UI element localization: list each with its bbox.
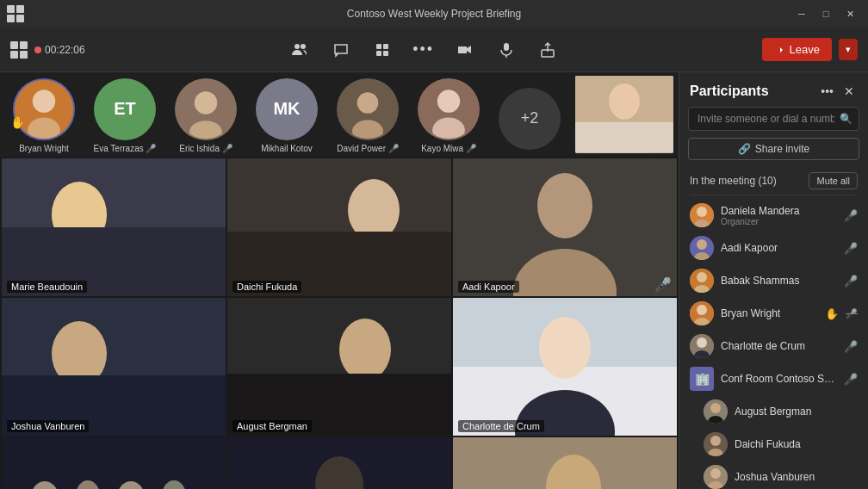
mic-button[interactable]: [491, 34, 522, 65]
participant-avatar-babak: [690, 269, 714, 293]
strip-avatar-david: [337, 78, 399, 140]
more-options-button[interactable]: •••: [408, 34, 439, 65]
participant-name-charlotte: Charlotte de Crum: [721, 340, 837, 352]
strip-participant-david[interactable]: David Power 🎤: [329, 76, 406, 153]
participant-avatar-joshua: [704, 465, 728, 489]
people-icon-button[interactable]: [284, 34, 315, 65]
svg-point-0: [294, 44, 300, 49]
svg-point-80: [697, 337, 707, 348]
strip-name-eva: Eva Terrazas 🎤: [94, 144, 157, 153]
share-button[interactable]: [532, 34, 563, 65]
apps-grid-icon[interactable]: [10, 41, 28, 59]
video-cell-daichi: Daichi Fukuda: [227, 158, 451, 296]
participant-item-daniela[interactable]: Daniela Mandera Organizer 🎤: [679, 199, 868, 232]
video-label-joshua: Joshua Vanburen: [7, 420, 89, 432]
participant-info-bryan: Bryan Wright: [721, 307, 818, 319]
title-bar-left: [7, 5, 24, 22]
participant-info-daniela: Daniela Mandera Organizer: [721, 205, 837, 226]
video-label-aadi: Aadi Kapoor: [458, 281, 519, 293]
strip-participant-more[interactable]: +2: [491, 76, 568, 153]
svg-point-86: [710, 436, 721, 446]
strip-avatar-bryan: [13, 78, 75, 140]
leave-button[interactable]: Leave: [762, 38, 832, 61]
strip-avatar-kayo: [418, 78, 480, 140]
svg-rect-50: [2, 437, 226, 490]
participant-item-august[interactable]: August Bergman: [679, 395, 868, 428]
participant-mic-charlotte: 🎤: [844, 340, 858, 353]
window-controls: ─ □ ✕: [790, 5, 861, 22]
participant-avatar-charlotte: [690, 334, 714, 358]
video-cell-charlotte: Charlotte de Crum: [453, 298, 677, 436]
video-cell-august: August Bergman: [227, 298, 451, 436]
strip-name-bryan: Bryan Wright: [19, 144, 69, 153]
participant-name-confroom: Conf Room Contoso Square 14...: [721, 373, 837, 385]
svg-point-48: [539, 317, 591, 379]
title-bar: Contoso West Weekly Project Briefing ─ □…: [0, 0, 868, 28]
strip-participant-kayo[interactable]: Kayo Miwa 🎤: [410, 76, 487, 153]
svg-rect-24: [575, 122, 673, 153]
participant-info-confroom: Conf Room Contoso Square 14...: [721, 373, 837, 385]
svg-point-74: [697, 272, 707, 282]
participant-item-daichi[interactable]: Daichi Fukuda: [679, 428, 868, 461]
participant-info-aadi: Aadi Kapoor: [721, 242, 837, 254]
participant-mic-confroom: 🎤: [844, 373, 858, 386]
strip-participant-eric[interactable]: Eric Ishida 🎤: [167, 76, 245, 153]
participant-name-joshua: Joshua Vanburen: [735, 471, 858, 483]
participant-item-joshua[interactable]: Joshua Vanburen: [679, 461, 868, 489]
svg-point-16: [357, 92, 379, 114]
recording-indicator: [34, 46, 41, 53]
apps-icon-button[interactable]: [367, 34, 398, 65]
leave-chevron-button[interactable]: ▾: [839, 39, 858, 60]
more-count: +2: [521, 109, 539, 127]
search-bar: 🔍: [688, 107, 859, 131]
minimize-button[interactable]: ─: [790, 5, 813, 22]
strip-participant-eva[interactable]: ET Eva Terrazas 🎤: [86, 76, 164, 153]
video-label-august: August Bergman: [232, 420, 312, 432]
participant-info-august: August Bergman: [735, 405, 858, 418]
participant-info-joshua: Joshua Vanburen: [735, 471, 858, 483]
participant-info-charlotte: Charlotte de Crum: [721, 340, 837, 352]
more-participants-bubble[interactable]: +2: [499, 88, 561, 150]
participant-item-babak[interactable]: Babak Shammas 🎤: [679, 264, 868, 297]
strip-name-eric: Eric Ishida 🎤: [179, 144, 232, 153]
strip-participant-mikhail[interactable]: MK Mikhail Kotov: [248, 76, 326, 153]
panel-more-button[interactable]: •••: [817, 83, 837, 100]
video-area: ✋ Bryan Wright ET Eva Terrazas 🎤 Eric Is…: [0, 72, 679, 489]
maximize-button[interactable]: □: [815, 5, 837, 22]
svg-point-19: [437, 90, 460, 112]
participant-item-bryan[interactable]: Bryan Wright ✋ 🎤: [679, 297, 868, 330]
strip-avatar-mikhail: MK: [256, 78, 318, 140]
video-cell-babak: Babak Shammas: [453, 437, 677, 490]
video-label-charlotte: Charlotte de Crum: [458, 420, 544, 432]
svg-rect-4: [376, 51, 381, 56]
panel-close-button[interactable]: ✕: [840, 83, 858, 100]
camera-button[interactable]: [450, 34, 480, 65]
strip-name-kayo: Kayo Miwa 🎤: [421, 144, 476, 153]
svg-rect-2: [376, 44, 381, 49]
svg-rect-6: [504, 43, 509, 51]
strip-participant-bryan[interactable]: ✋ Bryan Wright: [5, 76, 83, 153]
participant-name-august: August Bergman: [735, 405, 858, 418]
close-button[interactable]: ✕: [839, 5, 861, 22]
search-input[interactable]: [688, 107, 859, 131]
chat-icon-button[interactable]: [326, 34, 356, 65]
participant-name-bryan: Bryan Wright: [721, 307, 818, 319]
mute-all-button[interactable]: Mute all: [809, 172, 858, 189]
participant-info-daichi: Daichi Fukuda: [735, 438, 858, 450]
search-icon: 🔍: [840, 113, 852, 125]
windows-logo-icon[interactable]: [7, 5, 24, 22]
participant-item-confroom[interactable]: 🏢 Conf Room Contoso Square 14... 🎤: [679, 362, 868, 395]
participant-item-aadi[interactable]: Aadi Kapoor 🎤: [679, 232, 868, 264]
participant-name-daniela: Daniela Mandera: [721, 205, 837, 217]
panel-header: Participants ••• ✕: [679, 72, 868, 107]
svg-rect-5: [383, 51, 388, 56]
raised-hand-icon: ✋: [10, 115, 25, 129]
video-cell-marie: Marie Beaudouin: [2, 158, 226, 296]
video-mic-aadi: 🎤: [654, 276, 672, 293]
participant-name-babak: Babak Shammas: [721, 275, 837, 287]
video-cell-empty: [227, 437, 451, 490]
participant-item-charlotte[interactable]: Charlotte de Crum 🎤: [679, 330, 868, 362]
share-invite-button[interactable]: 🔗 Share invite: [688, 138, 859, 160]
video-grid: Marie Beaudouin Daichi Fukuda: [0, 157, 679, 490]
strip-name-mikhail: Mikhail Kotov: [261, 144, 312, 153]
